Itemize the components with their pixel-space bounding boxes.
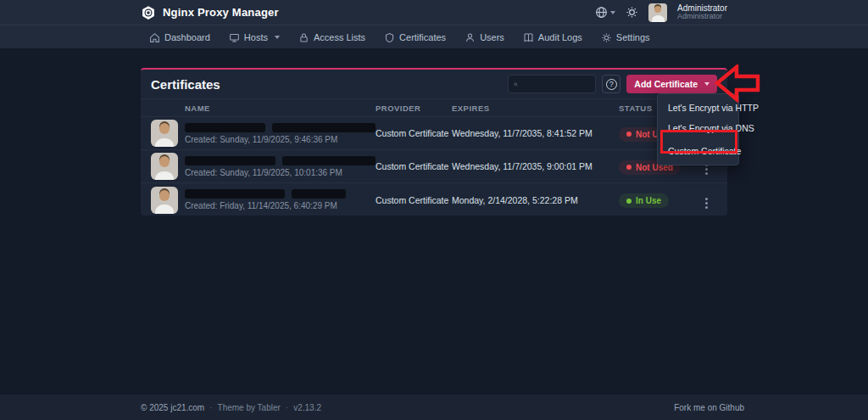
gear-icon [601,32,612,43]
provider-cell: Custom Certificate [376,128,452,138]
nav-item-certificates[interactable]: Certificates [384,32,446,43]
expires-cell: Monday, 2/14/2028, 5:22:28 PM [452,195,619,205]
theme-toggle-sun-button[interactable] [626,6,638,19]
language-globe-button[interactable] [595,6,615,19]
certificates-card: Certificates ? Add Certificate Name Prov… [141,68,727,216]
nav-item-users[interactable]: Users [465,32,504,43]
menu-item-lets-encrypt-http[interactable]: Let's Encrypt via HTTP [658,98,738,118]
column-header-expires: Expires [452,104,619,113]
app-window: Nginx Proxy Manager Administrator [0,0,868,420]
home-icon [149,32,160,43]
user-avatar[interactable] [648,3,667,22]
chevron-down-icon [275,36,280,39]
add-certificate-button[interactable]: Add Certificate [626,75,717,93]
expires-cell: Wednesday, 11/7/2035, 8:41:52 PM [452,128,619,138]
page-title: Certificates [151,77,220,92]
table-row[interactable]: Created: Sunday, 11/9/2025, 9:46:36 PM C… [141,117,727,150]
search-input[interactable] [522,80,590,89]
column-header-name: Name [185,104,376,113]
nginx-proxy-manager-logo-icon [141,5,156,20]
top-header-bar: Nginx Proxy Manager Administrator [0,0,868,25]
shield-icon [384,32,395,43]
redacted-name [185,123,376,132]
question-mark-icon: ? [606,79,617,90]
table-row[interactable]: Created: Friday, 11/14/2025, 6:40:29 PM … [141,183,727,216]
lock-icon [298,32,309,43]
monitor-icon [229,32,240,43]
column-header-provider: Provider [376,104,452,113]
provider-cell: Custom Certificate [376,161,452,171]
created-timestamp: Created: Sunday, 11/9/2025, 9:46:36 PM [185,135,376,144]
menu-item-custom-certificate[interactable]: Custom Certificate [658,141,738,161]
status-badge: In Use [619,193,669,208]
footer-copyright-link[interactable]: © 2025 jc21.com [141,403,204,412]
redacted-name [185,156,376,165]
search-icon [514,80,518,89]
table-header: Name Provider Expires Status [141,98,727,117]
add-certificate-dropdown-menu: Let's Encrypt via HTTP Let's Encrypt via… [657,93,739,165]
nav-item-settings[interactable]: Settings [601,32,650,43]
row-owner-avatar [151,153,178,180]
nav-item-dashboard[interactable]: Dashboard [149,32,210,43]
table-row[interactable]: Created: Sunday, 11/9/2025, 10:01:36 PM … [141,150,727,183]
help-button[interactable]: ? [602,75,620,93]
nav-item-access-lists[interactable]: Access Lists [298,32,365,43]
redacted-name [185,189,376,199]
row-owner-avatar [151,187,178,214]
row-owner-avatar [151,120,178,147]
user-menu[interactable]: Administrator Administrator [677,3,727,21]
created-timestamp: Created: Sunday, 11/9/2025, 10:01:36 PM [185,168,376,177]
footer-github-link[interactable]: Fork me on Github [674,403,744,412]
user-icon [465,32,476,43]
app-title: Nginx Proxy Manager [163,6,279,19]
nav-item-hosts[interactable]: Hosts [229,32,280,43]
search-box[interactable] [508,75,596,93]
provider-cell: Custom Certificate [376,195,452,205]
chevron-down-icon [704,82,709,86]
book-icon [523,32,534,43]
nav-item-audit-logs[interactable]: Audit Logs [523,32,582,43]
expires-cell: Wednesday, 11/7/2035, 9:00:01 PM [452,161,619,171]
footer-bar: © 2025 jc21.com · Theme by Tabler · v2.1… [0,395,868,420]
main-nav-bar: Dashboard Hosts Access Lists Certificate… [0,25,868,48]
user-role: Administrator [677,13,727,21]
menu-item-lets-encrypt-dns[interactable]: Let's Encrypt via DNS [658,118,738,138]
created-timestamp: Created: Friday, 11/14/2025, 6:40:29 PM [185,201,376,210]
row-menu-kebab-icon[interactable] [705,168,708,171]
footer-theme-credit[interactable]: Theme by Tabler [218,403,281,412]
chevron-down-icon [610,11,615,14]
footer-version: v2.13.2 [293,403,321,412]
row-menu-kebab-icon[interactable] [705,202,708,204]
